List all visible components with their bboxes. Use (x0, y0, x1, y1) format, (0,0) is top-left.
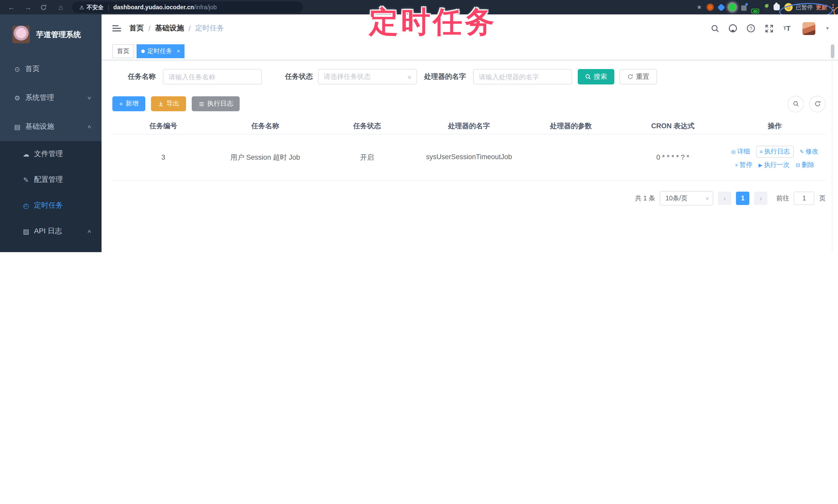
address-divider: | (108, 4, 109, 10)
sidebar-item-system[interactable]: ⚙ 系统管理 ∨ (0, 84, 102, 112)
fullscreen-icon[interactable] (764, 24, 773, 33)
sidebar-item-infra[interactable]: ▤ 基础设施 ∧ (0, 112, 102, 141)
sidebar-item-file-manage[interactable]: ☁ 文件管理 (0, 141, 102, 167)
gear-icon: ⚙ (13, 94, 21, 102)
close-tab-icon[interactable]: × (177, 48, 180, 54)
filter-form: 任务名称 任务状态 请选择任务状态 ∨ 处理器的名字 搜索 (112, 69, 826, 85)
add-button[interactable]: + 新增 (112, 96, 145, 111)
extensions-puzzle-icon[interactable] (773, 4, 780, 10)
exec-log-button[interactable]: 执行日志 (192, 96, 240, 111)
address-bar[interactable]: ⚠ 不安全 | dashboard.yudao.iocoder.cn /infr… (72, 2, 303, 13)
job-name-label: 任务名称 (128, 72, 156, 82)
breadcrumb-infra[interactable]: 基础设施 (155, 24, 184, 33)
cell-cron: 0 * * * * ? * (622, 154, 723, 161)
chevron-down-icon: ∨ (87, 95, 92, 101)
reset-button[interactable]: 重置 (619, 69, 657, 85)
goto-page-input[interactable] (794, 192, 815, 205)
job-status-label: 任务状态 (285, 72, 313, 82)
refresh-button[interactable] (809, 95, 826, 112)
pause-link[interactable]: × 暂停 (735, 160, 752, 169)
security-label: 不安全 (87, 3, 104, 11)
app-logo-row[interactable]: 芋道管理系统 (0, 14, 102, 55)
sidebar-item-api-log[interactable]: ▨ API 日志 ∧ (0, 218, 102, 244)
url-host: dashboard.yudao.iocoder.cn (114, 4, 194, 10)
sidebar: 芋道管理系统 ⊙ 首页 ⚙ 系统管理 ∨ ▤ 基础设施 ∧ (0, 14, 102, 252)
avatar-caret-icon[interactable]: ▼ (825, 26, 830, 31)
export-button[interactable]: 导出 (151, 96, 186, 111)
monitor-icon: ▤ (13, 123, 21, 130)
col-job-status: 任务状态 (316, 122, 418, 131)
browser-reload-icon[interactable] (40, 4, 49, 11)
scrollbar-thumb[interactable] (831, 44, 834, 58)
sidebar-item-access-log[interactable]: ▤ 访问日志 (0, 244, 102, 252)
svg-text:?: ? (750, 26, 752, 31)
edit-link[interactable]: ✎ 修改 (800, 147, 818, 156)
extension-green-icon[interactable] (729, 4, 736, 11)
row-actions: ◎ 详细 ≡ 执行日志 ✎ 修改 (724, 145, 826, 169)
paused-badge: 已暂停 (796, 3, 813, 11)
search-icon[interactable] (710, 24, 719, 33)
page-size-select[interactable]: 10条/页 ∨ (660, 191, 713, 205)
sidebar-nav: ⊙ 首页 ⚙ 系统管理 ∨ ▤ 基础设施 ∧ ☁ 文件管理 (0, 55, 102, 252)
cloud-upload-icon: ☁ (22, 150, 30, 158)
font-size-icon[interactable]: TT (782, 24, 792, 33)
help-icon[interactable]: ? (746, 24, 755, 33)
browser-home-icon[interactable]: ⌂ (57, 3, 65, 11)
total-count: 共 1 条 (635, 194, 655, 203)
run-once-link[interactable]: ▶ 执行一次 (758, 160, 790, 169)
handler-name-input[interactable] (473, 69, 572, 85)
cell-job-id: 3 (112, 154, 214, 161)
github-icon[interactable] (728, 24, 737, 33)
bookmark-star-icon[interactable]: ★ (697, 4, 702, 11)
sidebar-item-config-manage[interactable]: ✎ 配置管理 (0, 167, 102, 193)
tab-scheduled-jobs[interactable]: 定时任务 × (137, 44, 185, 58)
annotation-title-overlay: 定时任务 (369, 3, 497, 42)
page-content: 任务名称 任务状态 请选择任务状态 ∨ 处理器的名字 搜索 (102, 60, 838, 252)
job-name-input[interactable] (163, 69, 262, 85)
browser-forward-icon[interactable]: → (24, 3, 32, 11)
edit-icon: ✎ (22, 176, 30, 184)
search-button[interactable]: 搜索 (578, 69, 614, 85)
browser-back-icon[interactable]: ← (7, 3, 15, 11)
toggle-search-button[interactable] (787, 95, 804, 112)
pagination: 共 1 条 10条/页 ∨ ‹ 1 › 前往 页 (112, 191, 826, 205)
tab-home[interactable]: 首页 (112, 44, 134, 58)
app-title: 芋道管理系统 (36, 30, 81, 39)
col-job-name: 任务名称 (214, 122, 316, 131)
page-unit-label: 页 (819, 194, 826, 203)
plus-icon: + (119, 100, 123, 108)
x-icon: × (735, 162, 738, 168)
sidebar-item-scheduled-jobs[interactable]: ◴ 定时任务 (0, 193, 102, 218)
breadcrumb-current: 定时任务 (195, 24, 224, 33)
delete-link[interactable]: ⊟ 删除 (796, 160, 814, 169)
sidebar-toggle-icon[interactable] (112, 25, 121, 32)
detail-link[interactable]: ◎ 详细 (731, 147, 750, 156)
trash-icon: ⊟ (796, 162, 800, 168)
list-icon: ≡ (760, 149, 763, 154)
col-cron: CRON 表达式 (622, 122, 723, 131)
extension-plant-icon[interactable] (764, 4, 769, 10)
chevron-down-icon: ∨ (705, 196, 710, 201)
extension-orange-icon[interactable] (706, 4, 714, 11)
extension-blue-icon[interactable] (717, 3, 726, 11)
cell-handler-name: sysUserSessionTimeoutJob (418, 152, 520, 163)
update-button[interactable]: 更新 (816, 3, 827, 11)
breadcrumb-home[interactable]: 首页 (129, 24, 144, 33)
breadcrumb: 首页 / 基础设施 / 定时任务 (129, 24, 224, 33)
browser-menu-icon[interactable] (832, 4, 834, 11)
url-path: /infra/job (194, 4, 217, 10)
warning-icon: ⚠ (80, 4, 84, 10)
chevron-down-icon: ∨ (407, 74, 412, 79)
extension-grid-icon[interactable]: ▦ (740, 4, 747, 11)
sidebar-item-home[interactable]: ⊙ 首页 (0, 55, 102, 84)
sidebar-submenu-infra: ☁ 文件管理 ✎ 配置管理 ◴ 定时任务 ▨ API 日志 ∧ (0, 141, 102, 252)
browser-profile-avatar[interactable]: ☺ (784, 3, 793, 11)
prev-page-button[interactable]: ‹ (718, 192, 731, 205)
page-1-button[interactable]: 1 (736, 192, 749, 205)
chevron-up-icon: ∧ (87, 124, 92, 129)
extension-on-badge: on (752, 9, 759, 13)
next-page-button[interactable]: › (754, 192, 767, 205)
job-status-select[interactable]: 请选择任务状态 ∨ (318, 69, 417, 85)
user-avatar[interactable] (802, 22, 815, 35)
row-exec-log-link[interactable]: ≡ 执行日志 (756, 145, 793, 157)
